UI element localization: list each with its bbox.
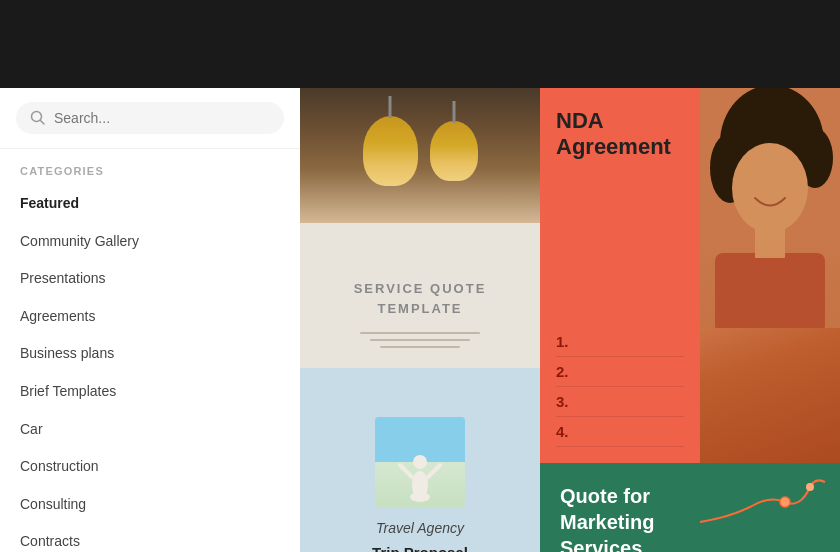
nav-list: Featured Community Gallery Presentations…: [0, 185, 300, 552]
svg-point-15: [780, 497, 790, 507]
categories-label: CATEGORIES: [0, 149, 300, 185]
quote-marketing-card[interactable]: Quote for Marketing Services: [540, 463, 840, 552]
service-quote-title: SERVICE QUOTE TEMPLATE: [354, 279, 487, 318]
nda-list-item-2: 2.: [556, 357, 684, 387]
nda-number-1: 1.: [556, 333, 569, 350]
travel-card[interactable]: Travel Agency Trip Proposal & Itinerary: [300, 368, 540, 552]
svg-line-6: [428, 465, 440, 477]
svg-line-1: [41, 121, 45, 125]
lamp-image: [300, 88, 540, 223]
nav-item-contracts[interactable]: Contracts: [0, 523, 300, 552]
svg-point-4: [413, 455, 427, 469]
bottom-cards: SERVICE QUOTE TEMPLATE: [300, 88, 840, 552]
nav-item-community-gallery[interactable]: Community Gallery: [0, 223, 300, 261]
svg-rect-13: [715, 253, 825, 328]
marketing-chart: [690, 463, 830, 537]
nav-item-brief-templates[interactable]: Brief Templates: [0, 373, 300, 411]
nda-person-photo: [700, 88, 840, 463]
svg-point-12: [732, 143, 808, 233]
svg-point-7: [410, 492, 430, 502]
nda-list-item-3: 3.: [556, 387, 684, 417]
lamp-left: [363, 116, 418, 186]
person-face-photo: [700, 88, 840, 463]
divider-line-1: [360, 332, 480, 334]
nav-item-featured[interactable]: Featured: [0, 185, 300, 223]
nav-item-car[interactable]: Car: [0, 411, 300, 449]
sidebar: CATEGORIES Featured Community Gallery Pr…: [0, 88, 300, 552]
nda-number-2: 2.: [556, 363, 569, 380]
lamp-right: [430, 121, 478, 181]
nda-list: 1. 2. 3. 4.: [556, 327, 684, 447]
service-quote-card[interactable]: SERVICE QUOTE TEMPLATE: [300, 88, 540, 368]
search-icon: [30, 110, 46, 126]
nda-text-area: NDA Agreement 1. 2. 3.: [540, 88, 700, 463]
travel-subtitle: Trip Proposal & Itinerary: [372, 542, 468, 552]
search-container: [0, 88, 300, 149]
nav-item-presentations[interactable]: Presentations: [0, 260, 300, 298]
nda-title: NDA Agreement: [556, 108, 684, 161]
svg-point-16: [806, 483, 814, 491]
nda-card[interactable]: NDA Agreement 1. 2. 3.: [540, 88, 840, 463]
svg-rect-14: [755, 228, 785, 258]
nav-item-consulting[interactable]: Consulting: [0, 486, 300, 524]
nav-item-agreements[interactable]: Agreements: [0, 298, 300, 336]
lamp-visual: [363, 116, 478, 196]
nda-list-item-1: 1.: [556, 327, 684, 357]
travel-italic-title: Travel Agency: [376, 519, 464, 539]
left-column: SERVICE QUOTE TEMPLATE: [300, 88, 540, 552]
nav-item-business-plans[interactable]: Business plans: [0, 335, 300, 373]
app-container: CATEGORIES Featured Community Gallery Pr…: [0, 0, 840, 552]
divider-line-3: [380, 346, 460, 348]
svg-line-5: [400, 465, 412, 477]
nda-list-item-4: 4.: [556, 417, 684, 447]
search-input[interactable]: [54, 110, 270, 126]
divider-line-2: [370, 339, 470, 341]
travel-figure: [375, 417, 465, 507]
nda-number-3: 3.: [556, 393, 569, 410]
right-column: NDA Agreement 1. 2. 3.: [540, 88, 840, 552]
person-silhouette: [395, 427, 445, 502]
person-illustration: [700, 88, 840, 328]
service-quote-text: SERVICE QUOTE TEMPLATE: [354, 279, 487, 348]
divider-lines: [354, 332, 487, 348]
nav-item-construction[interactable]: Construction: [0, 448, 300, 486]
search-box[interactable]: [16, 102, 284, 134]
travel-background: [375, 417, 465, 507]
content-right: SERVICE QUOTE TEMPLATE: [300, 0, 840, 552]
top-dark-strip: [300, 0, 840, 88]
nda-number-4: 4.: [556, 423, 569, 440]
